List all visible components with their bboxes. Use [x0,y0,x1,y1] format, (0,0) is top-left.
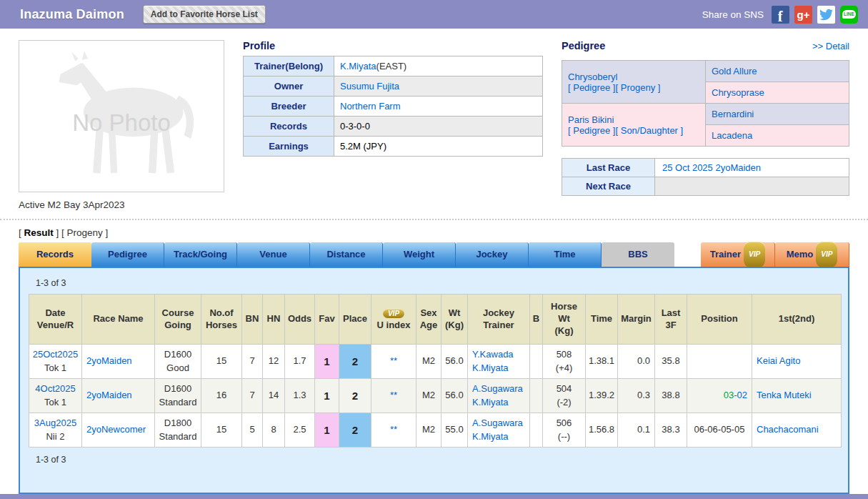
progeny-link[interactable]: Progeny [67,227,103,238]
sire-sire-cell: Gold Allure [706,61,849,82]
trainer-link[interactable]: K.Miyata [340,61,376,71]
line-icon[interactable]: LINE [840,6,858,24]
horse-photo-placeholder: No Photo [19,40,224,192]
result-row-3: 3Aug2025Nii 2 2yoNewcomer D1800Standard … [29,413,842,448]
tab-bbs[interactable]: BBS [602,242,674,267]
race-date-link[interactable]: 3Aug2025 [34,418,76,428]
winner-link[interactable]: Chachacomani [757,424,819,435]
profile-section-title: Profile [243,40,543,51]
race-name-link[interactable]: 2yoNewcomer [86,424,146,435]
tab-distance[interactable]: Distance [310,242,383,267]
horse-status-caption: Active M2 Bay 3Apr2023 [19,199,224,210]
results-tab-bar: Records Pedigree Track/Going Venue Dista… [19,242,849,267]
results-header-row: DateVenue/R Race Name CourseGoing No.ofH… [29,295,842,345]
sire-link[interactable]: Chrysoberyl [568,71,617,82]
no-photo-label: No Photo [19,109,224,137]
dam-sire-link[interactable]: Bernardini [712,109,754,119]
breeder-link[interactable]: Northern Farm [340,101,401,112]
profile-label: Records [244,117,334,137]
pedigree-detail-link[interactable]: >> Detail [812,41,849,51]
dam-pedigree-link[interactable]: [ Pedigree ] [568,125,616,136]
col-margin: Margin [618,295,655,345]
footer-bar [0,494,868,499]
race-name-link[interactable]: 2yoMaiden [86,355,132,366]
tab-weight[interactable]: Weight [383,242,456,267]
last-race-link[interactable]: 25 Oct 2025 2yoMaiden [662,162,761,173]
position-cell [687,345,752,379]
dam-link[interactable]: Paris Bikini [568,114,614,125]
tab-jockey[interactable]: Jockey [456,242,529,267]
tab-time[interactable]: Time [529,242,602,267]
add-favorite-button[interactable]: Add to Favorite Horse List [143,5,266,24]
last-next-race-table: Last Race 25 Oct 2025 2yoMaiden Next Rac… [562,158,849,196]
sire-pedigree-link[interactable]: [ Pedigree ] [568,82,616,93]
col-time: Time [586,295,618,345]
pedigree-section-title: Pedigree [562,40,605,51]
col-odds: Odds [285,295,315,345]
u-index-link[interactable]: ** [390,390,397,400]
table-row: Next Race [562,177,849,196]
tab-memo-vip[interactable]: Memo VIP [775,242,849,267]
profile-label: Breeder [244,97,334,117]
favorite-rank-cell: 1 [315,345,339,379]
race-date-link[interactable]: 25Oct2025 [33,349,79,360]
twitter-icon[interactable] [817,6,835,24]
race-date-link[interactable]: 4Oct2025 [35,383,75,394]
vip-badge-icon: VIP [816,242,837,267]
col-course-going: CourseGoing [155,295,201,345]
finish-place-cell: 2 [339,413,371,448]
owner-link[interactable]: Susumu Fujita [340,81,399,92]
earnings-value: 5.2M (JPY) [340,141,386,152]
venue-label: Tok 1 [44,397,66,407]
col-race-name: Race Name [82,295,155,345]
share-on-sns-label: Share on SNS [702,9,764,20]
tab-pedigree[interactable]: Pedigree [91,242,164,267]
sire-sire-link[interactable]: Gold Allure [712,66,757,76]
results-panel: 1-3 of 3 DateVenue/R Race Name CourseGoi… [19,267,849,494]
tab-track-going[interactable]: Track/Going [164,242,237,267]
position-cell: 06-06-05-05 [687,413,752,448]
vip-badge-icon: VIP [383,309,404,318]
dam-sondaughter-link[interactable]: [ Son/Daughter ] [616,125,684,136]
col-position: Position [687,295,752,345]
table-row: Breeder Northern Farm [244,97,543,117]
result-count-bottom: 1-3 of 3 [29,448,839,465]
dam-dam-link[interactable]: Lacadena [712,130,752,141]
dam-cell: Paris Bikini [ Pedigree ][ Son/Daughter … [562,104,706,147]
winner-link[interactable]: Keiai Agito [757,355,800,366]
sire-dam-link[interactable]: Chrysoprase [712,87,764,98]
next-race-value [655,177,849,196]
position-cell: 03-02 [687,379,752,413]
col-no-of-horses: No.ofHorses [201,295,242,345]
venue-label: Nii 2 [46,431,64,442]
profile-label: Owner [244,76,334,97]
trainer-link[interactable]: K.Miyata [472,431,509,442]
col-1st-2nd: 1st(2nd) [752,295,842,345]
col-hn: HN [263,295,285,345]
facebook-icon[interactable]: f [772,6,789,24]
race-name-link[interactable]: 2yoMaiden [86,390,132,400]
google-plus-icon[interactable]: g+ [794,6,812,24]
jockey-link[interactable]: A.Sugawara [472,418,523,428]
result-row-2: 4Oct2025Tok 1 2yoMaiden D1600Standard 16… [29,379,842,413]
result-row-1: 25Oct2025Tok 1 2yoMaiden D1600Good 15 7 … [29,345,842,379]
trainer-link[interactable]: K.Miyata [472,362,509,373]
tab-venue[interactable]: Venue [237,242,310,267]
records-value: 0-3-0-0 [340,121,370,132]
table-row: Last Race 25 Oct 2025 2yoMaiden [562,159,849,177]
jockey-link[interactable]: A.Sugawara [472,383,523,394]
result-link[interactable]: Result [24,227,54,238]
col-b: B [530,295,543,345]
u-index-link[interactable]: ** [390,355,397,366]
tab-trainer-vip[interactable]: Trainer VIP [701,242,775,267]
u-index-link[interactable]: ** [390,424,397,435]
col-date-venue: DateVenue/R [29,295,82,345]
profile-label: Trainer(Belong) [244,56,334,76]
tab-records[interactable]: Records [19,242,91,267]
sire-progeny-link[interactable]: [ Progeny ] [616,82,661,93]
page-title: Inazuma Daimon [20,7,124,22]
result-count-top: 1-3 of 3 [29,277,839,294]
winner-link[interactable]: Tenka Muteki [757,390,812,400]
trainer-link[interactable]: K.Miyata [472,397,509,407]
jockey-link[interactable]: Y.Kawada [472,349,514,360]
